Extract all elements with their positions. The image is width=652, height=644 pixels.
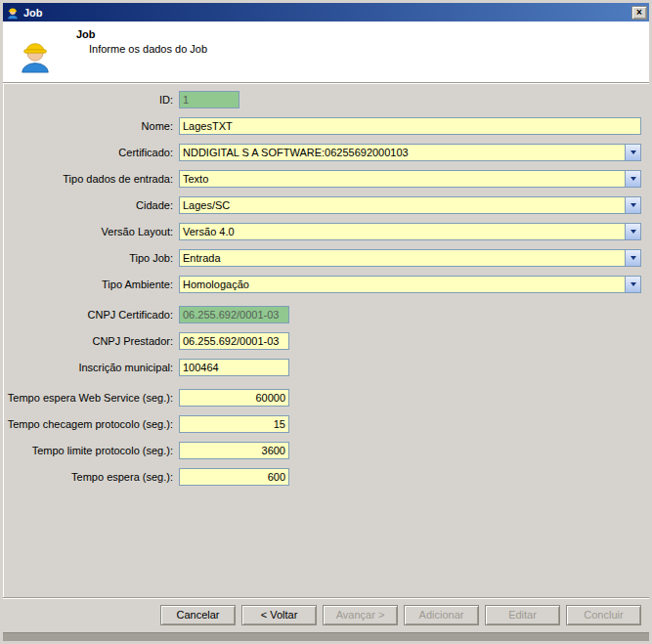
field-label: CNPJ Certificado: <box>3 309 179 321</box>
form-row-tempo-webservice: Tempo espera Web Service (seg.): <box>3 389 649 407</box>
field-label: Inscrição municipal: <box>3 362 179 373</box>
window-bottom-edge <box>3 632 649 641</box>
header-subtitle: Informe os dados do Job <box>89 43 207 55</box>
header-title: Job <box>76 28 96 40</box>
form-row-nome: Nome: <box>3 117 649 135</box>
field-label: Nome: <box>3 120 179 132</box>
cidade-select[interactable]: Lages/SC <box>179 196 641 214</box>
button-bar: Cancelar < Voltar Avançar > Adicionar Ed… <box>3 597 649 632</box>
concluir-button: Concluir <box>566 605 641 625</box>
inscricao-municipal-input[interactable] <box>179 359 289 376</box>
form-row-inscricao: Inscrição municipal: <box>3 359 649 376</box>
form-row-tempo-espera: Tempo espera (seg.): <box>3 468 649 486</box>
chevron-down-icon[interactable] <box>625 171 640 187</box>
field-label: Tipo Ambiente: <box>3 279 179 290</box>
form-row-id: ID: <box>3 91 649 108</box>
form-row-tipo-dados: Tipo dados de entrada: Texto <box>3 170 649 188</box>
field-label: Tempo espera (seg.): <box>3 471 179 483</box>
form-row-tempo-limite: Tempo limite protocolo (seg.): <box>3 442 649 459</box>
voltar-button[interactable]: < Voltar <box>241 605 317 625</box>
worker-icon <box>17 37 54 74</box>
certificado-select[interactable]: NDDIGITAL S A SOFTWARE:06255692000103 <box>179 144 641 161</box>
field-label: Tipo Job: <box>3 252 179 264</box>
worker-icon <box>6 6 20 20</box>
form-row-certificado: Certificado: NDDIGITAL S A SOFTWARE:0625… <box>3 144 649 161</box>
field-label: Cidade: <box>3 199 179 211</box>
title-bar[interactable]: Job × <box>3 3 649 21</box>
tipo-ambiente-select[interactable]: Homologação <box>179 276 641 293</box>
adicionar-button: Adicionar <box>404 605 479 625</box>
chevron-down-icon[interactable] <box>625 277 640 292</box>
form-row-tempo-checagem: Tempo checagem protocolo (seg.): <box>3 415 649 433</box>
tipo-job-select[interactable]: Entrada <box>179 249 641 267</box>
form-row-cnpj-certificado: CNPJ Certificado: <box>3 306 649 323</box>
tempo-espera-input[interactable] <box>179 468 289 486</box>
field-label: CNPJ Prestador: <box>3 335 179 347</box>
versao-layout-select[interactable]: Versão 4.0 <box>179 223 641 240</box>
field-label: Tempo limite protocolo (seg.): <box>3 445 179 456</box>
job-dialog-window: Job × Job Informe os dados do Job ID: No… <box>0 0 652 644</box>
dialog-header: Job Informe os dados do Job <box>3 21 649 83</box>
field-label: Versão Layout: <box>3 226 179 237</box>
id-field <box>179 91 239 108</box>
field-label: Tempo checagem protocolo (seg.): <box>3 418 179 430</box>
chevron-down-icon[interactable] <box>625 197 640 213</box>
cancelar-button[interactable]: Cancelar <box>160 605 236 625</box>
cnpj-certificado-field <box>179 306 289 323</box>
form-row-tipo-ambiente: Tipo Ambiente: Homologação <box>3 276 649 293</box>
editar-button: Editar <box>485 605 560 625</box>
chevron-down-icon[interactable] <box>625 224 640 239</box>
job-form: ID: Nome: Certificado: NDDIGITAL S A SOF… <box>3 83 649 486</box>
form-row-tipo-job: Tipo Job: Entrada <box>3 249 649 267</box>
form-row-cnpj-prestador: CNPJ Prestador: <box>3 332 649 350</box>
chevron-down-icon[interactable] <box>625 145 640 160</box>
tempo-espera-webservice-input[interactable] <box>179 389 289 407</box>
form-row-versao-layout: Versão Layout: Versão 4.0 <box>3 223 649 240</box>
field-label: Tipo dados de entrada: <box>3 173 179 185</box>
chevron-down-icon[interactable] <box>625 250 640 266</box>
field-label: Tempo espera Web Service (seg.): <box>3 392 179 404</box>
window-title: Job <box>23 7 43 19</box>
form-row-cidade: Cidade: Lages/SC <box>3 196 649 214</box>
field-label: Certificado: <box>3 147 179 158</box>
nome-input[interactable] <box>179 117 641 135</box>
tempo-limite-protocolo-input[interactable] <box>179 442 289 459</box>
avancar-button: Avançar > <box>323 605 398 625</box>
tipo-dados-entrada-select[interactable]: Texto <box>179 170 641 188</box>
cnpj-prestador-input[interactable] <box>179 332 289 350</box>
close-icon[interactable]: × <box>631 6 647 20</box>
tempo-checagem-protocolo-input[interactable] <box>179 415 289 433</box>
field-label: ID: <box>3 94 179 106</box>
